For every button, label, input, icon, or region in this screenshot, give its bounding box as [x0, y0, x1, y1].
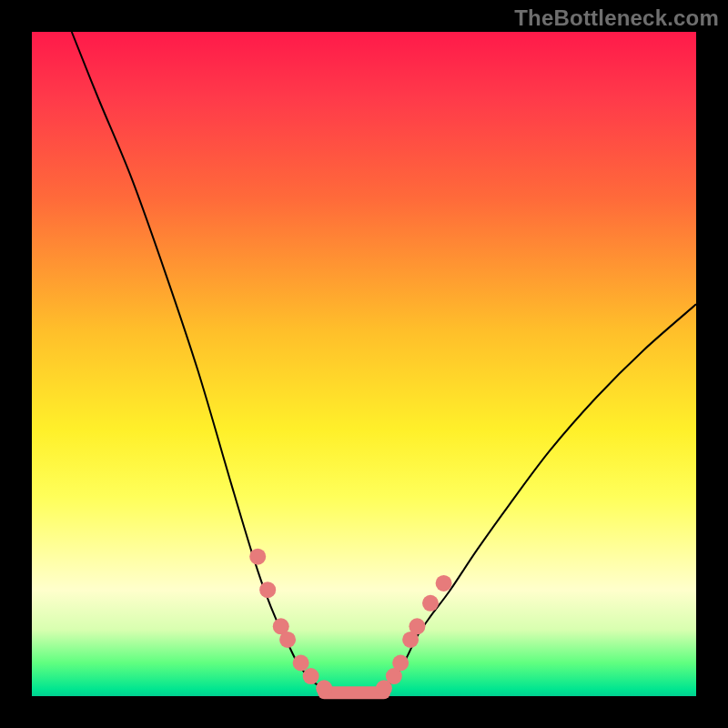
data-marker [279, 632, 296, 648]
data-marker [249, 549, 266, 565]
data-marker [303, 668, 319, 684]
data-marker [316, 680, 332, 696]
data-marker [436, 575, 452, 592]
left-curve [72, 32, 331, 693]
data-marker [409, 618, 425, 634]
data-marker [422, 595, 439, 612]
markers-right [376, 575, 452, 696]
data-marker [392, 655, 409, 672]
plot-area [32, 32, 696, 696]
chart-container: TheBottleneck.com [0, 0, 728, 728]
chart-svg [32, 32, 696, 696]
data-marker [293, 655, 309, 672]
markers-left [249, 549, 332, 697]
watermark-text: TheBottleneck.com [514, 5, 719, 31]
right-curve [378, 304, 696, 693]
data-marker [259, 581, 276, 598]
